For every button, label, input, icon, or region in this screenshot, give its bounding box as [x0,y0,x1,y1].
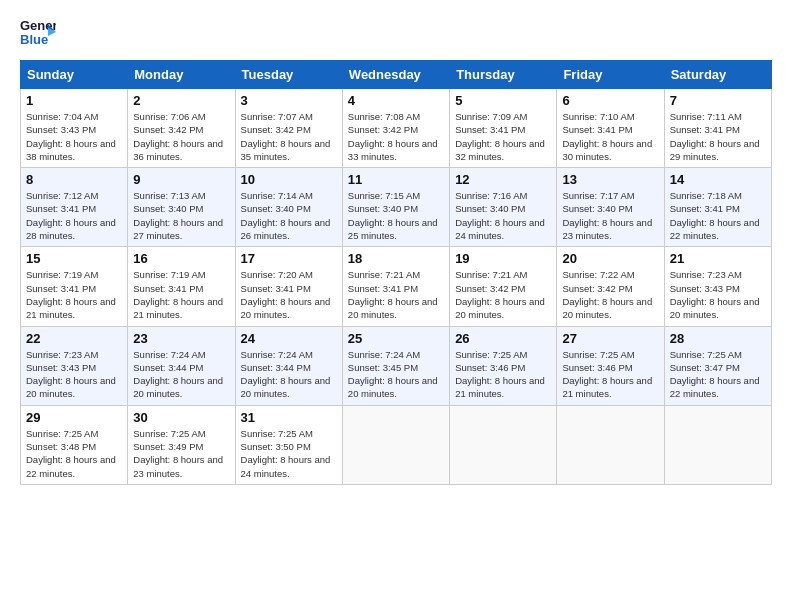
calendar-cell: 4Sunrise: 7:08 AMSunset: 3:42 PMDaylight… [342,89,449,168]
calendar-cell: 12Sunrise: 7:16 AMSunset: 3:40 PMDayligh… [450,168,557,247]
day-number: 29 [26,410,122,425]
day-number: 16 [133,251,229,266]
calendar-cell: 13Sunrise: 7:17 AMSunset: 3:40 PMDayligh… [557,168,664,247]
day-info: Sunrise: 7:20 AMSunset: 3:41 PMDaylight:… [241,268,337,321]
dow-header-monday: Monday [128,61,235,89]
calendar-cell: 14Sunrise: 7:18 AMSunset: 3:41 PMDayligh… [664,168,771,247]
calendar-cell: 19Sunrise: 7:21 AMSunset: 3:42 PMDayligh… [450,247,557,326]
day-info: Sunrise: 7:12 AMSunset: 3:41 PMDaylight:… [26,189,122,242]
day-number: 15 [26,251,122,266]
dow-header-sunday: Sunday [21,61,128,89]
day-number: 18 [348,251,444,266]
calendar-cell: 8Sunrise: 7:12 AMSunset: 3:41 PMDaylight… [21,168,128,247]
day-info: Sunrise: 7:25 AMSunset: 3:47 PMDaylight:… [670,348,766,401]
calendar-cell: 20Sunrise: 7:22 AMSunset: 3:42 PMDayligh… [557,247,664,326]
day-number: 13 [562,172,658,187]
calendar-cell: 16Sunrise: 7:19 AMSunset: 3:41 PMDayligh… [128,247,235,326]
page-header: General Blue [20,16,772,52]
logo-icon: General Blue [20,16,56,52]
calendar-cell: 15Sunrise: 7:19 AMSunset: 3:41 PMDayligh… [21,247,128,326]
day-number: 24 [241,331,337,346]
calendar-cell [557,405,664,484]
dow-header-saturday: Saturday [664,61,771,89]
day-info: Sunrise: 7:09 AMSunset: 3:41 PMDaylight:… [455,110,551,163]
calendar-cell: 2Sunrise: 7:06 AMSunset: 3:42 PMDaylight… [128,89,235,168]
day-info: Sunrise: 7:13 AMSunset: 3:40 PMDaylight:… [133,189,229,242]
day-info: Sunrise: 7:25 AMSunset: 3:49 PMDaylight:… [133,427,229,480]
day-info: Sunrise: 7:18 AMSunset: 3:41 PMDaylight:… [670,189,766,242]
day-number: 17 [241,251,337,266]
calendar-cell: 21Sunrise: 7:23 AMSunset: 3:43 PMDayligh… [664,247,771,326]
day-number: 6 [562,93,658,108]
day-number: 21 [670,251,766,266]
calendar-cell: 24Sunrise: 7:24 AMSunset: 3:44 PMDayligh… [235,326,342,405]
calendar-cell: 25Sunrise: 7:24 AMSunset: 3:45 PMDayligh… [342,326,449,405]
day-number: 22 [26,331,122,346]
day-info: Sunrise: 7:24 AMSunset: 3:44 PMDaylight:… [133,348,229,401]
calendar-cell: 5Sunrise: 7:09 AMSunset: 3:41 PMDaylight… [450,89,557,168]
day-info: Sunrise: 7:07 AMSunset: 3:42 PMDaylight:… [241,110,337,163]
day-info: Sunrise: 7:22 AMSunset: 3:42 PMDaylight:… [562,268,658,321]
day-number: 20 [562,251,658,266]
calendar-cell: 28Sunrise: 7:25 AMSunset: 3:47 PMDayligh… [664,326,771,405]
dow-header-thursday: Thursday [450,61,557,89]
svg-text:Blue: Blue [20,32,48,47]
day-number: 12 [455,172,551,187]
day-info: Sunrise: 7:06 AMSunset: 3:42 PMDaylight:… [133,110,229,163]
day-info: Sunrise: 7:24 AMSunset: 3:44 PMDaylight:… [241,348,337,401]
day-number: 23 [133,331,229,346]
day-info: Sunrise: 7:23 AMSunset: 3:43 PMDaylight:… [670,268,766,321]
calendar-cell: 9Sunrise: 7:13 AMSunset: 3:40 PMDaylight… [128,168,235,247]
day-info: Sunrise: 7:16 AMSunset: 3:40 PMDaylight:… [455,189,551,242]
day-number: 3 [241,93,337,108]
day-number: 31 [241,410,337,425]
day-number: 14 [670,172,766,187]
day-info: Sunrise: 7:25 AMSunset: 3:46 PMDaylight:… [562,348,658,401]
calendar-table: SundayMondayTuesdayWednesdayThursdayFrid… [20,60,772,485]
calendar-cell: 1Sunrise: 7:04 AMSunset: 3:43 PMDaylight… [21,89,128,168]
day-number: 28 [670,331,766,346]
calendar-cell: 22Sunrise: 7:23 AMSunset: 3:43 PMDayligh… [21,326,128,405]
day-number: 26 [455,331,551,346]
calendar-cell [664,405,771,484]
day-number: 1 [26,93,122,108]
day-info: Sunrise: 7:17 AMSunset: 3:40 PMDaylight:… [562,189,658,242]
day-number: 8 [26,172,122,187]
dow-header-tuesday: Tuesday [235,61,342,89]
logo: General Blue [20,16,56,52]
calendar-cell: 23Sunrise: 7:24 AMSunset: 3:44 PMDayligh… [128,326,235,405]
day-info: Sunrise: 7:14 AMSunset: 3:40 PMDaylight:… [241,189,337,242]
day-info: Sunrise: 7:21 AMSunset: 3:42 PMDaylight:… [455,268,551,321]
day-number: 2 [133,93,229,108]
day-info: Sunrise: 7:24 AMSunset: 3:45 PMDaylight:… [348,348,444,401]
day-info: Sunrise: 7:08 AMSunset: 3:42 PMDaylight:… [348,110,444,163]
calendar-cell: 29Sunrise: 7:25 AMSunset: 3:48 PMDayligh… [21,405,128,484]
day-number: 7 [670,93,766,108]
calendar-cell: 3Sunrise: 7:07 AMSunset: 3:42 PMDaylight… [235,89,342,168]
day-number: 9 [133,172,229,187]
day-info: Sunrise: 7:19 AMSunset: 3:41 PMDaylight:… [26,268,122,321]
dow-header-wednesday: Wednesday [342,61,449,89]
day-info: Sunrise: 7:21 AMSunset: 3:41 PMDaylight:… [348,268,444,321]
day-info: Sunrise: 7:25 AMSunset: 3:50 PMDaylight:… [241,427,337,480]
day-info: Sunrise: 7:23 AMSunset: 3:43 PMDaylight:… [26,348,122,401]
day-info: Sunrise: 7:25 AMSunset: 3:48 PMDaylight:… [26,427,122,480]
calendar-cell: 26Sunrise: 7:25 AMSunset: 3:46 PMDayligh… [450,326,557,405]
calendar-cell [342,405,449,484]
day-info: Sunrise: 7:25 AMSunset: 3:46 PMDaylight:… [455,348,551,401]
day-info: Sunrise: 7:10 AMSunset: 3:41 PMDaylight:… [562,110,658,163]
day-info: Sunrise: 7:11 AMSunset: 3:41 PMDaylight:… [670,110,766,163]
calendar-cell: 10Sunrise: 7:14 AMSunset: 3:40 PMDayligh… [235,168,342,247]
day-number: 30 [133,410,229,425]
calendar-cell: 30Sunrise: 7:25 AMSunset: 3:49 PMDayligh… [128,405,235,484]
day-number: 27 [562,331,658,346]
day-number: 25 [348,331,444,346]
calendar-cell [450,405,557,484]
day-number: 5 [455,93,551,108]
calendar-cell: 7Sunrise: 7:11 AMSunset: 3:41 PMDaylight… [664,89,771,168]
calendar-cell: 17Sunrise: 7:20 AMSunset: 3:41 PMDayligh… [235,247,342,326]
calendar-cell: 27Sunrise: 7:25 AMSunset: 3:46 PMDayligh… [557,326,664,405]
day-number: 10 [241,172,337,187]
day-info: Sunrise: 7:15 AMSunset: 3:40 PMDaylight:… [348,189,444,242]
day-number: 4 [348,93,444,108]
